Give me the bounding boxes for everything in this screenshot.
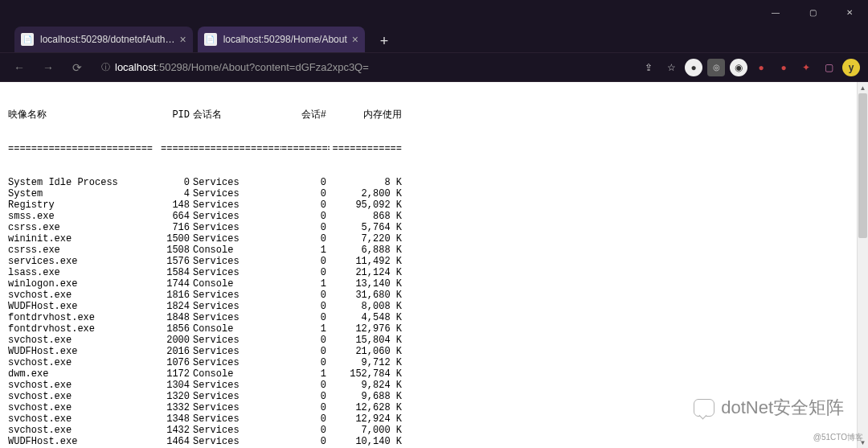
table-row: winlogon.exe1744 Console113,140 K (8, 278, 849, 290)
table-row: smss.exe664 Services0868 K (8, 211, 849, 222)
bookmark-star-icon[interactable]: ☆ (662, 59, 680, 76)
tasklist-output: 映像名称PID 会话名会话#内存使用 =====================… (0, 82, 857, 448)
table-row: wininit.exe1500 Services07,220 K (8, 233, 849, 245)
window-minimize-button[interactable]: — (757, 0, 794, 24)
table-row: svchost.exe2000 Services015,804 K (8, 335, 849, 346)
browser-tab-1[interactable]: 📄 localhost:50298/dotnetofAuth… × (14, 27, 193, 52)
extensions-puzzle-icon[interactable]: ✦ (797, 59, 815, 76)
browser-tab-strip: 📄 localhost:50298/dotnetofAuth… × 📄 loca… (0, 24, 868, 53)
camera-icon[interactable]: ◎ (707, 59, 725, 76)
tab-close-icon[interactable]: × (179, 33, 186, 46)
table-row: Registry148 Services095,092 K (8, 199, 849, 211)
scroll-thumb[interactable] (858, 93, 867, 238)
table-row: svchost.exe1332 Services012,628 K (8, 402, 849, 413)
col-mem-header: 内存使用 (330, 109, 402, 121)
profile-avatar-icon[interactable]: y (842, 59, 860, 76)
tab-favicon-icon: 📄 (21, 33, 34, 46)
sidebar-square-icon[interactable]: ▢ (820, 59, 837, 76)
scroll-up-icon[interactable]: ▲ (858, 82, 868, 93)
tab-favicon-icon: 📄 (204, 33, 217, 46)
window-titlebar: — ▢ ✕ (0, 0, 868, 24)
tab-label: localhost:50298/dotnetofAuth… (40, 34, 174, 45)
table-row: System Idle Process0 Services08 K (8, 177, 849, 188)
table-row: fontdrvhost.exe1856 Console112,976 K (8, 323, 849, 335)
col-sid-header: 会话# (281, 109, 330, 121)
table-row: svchost.exe1320 Services09,688 K (8, 391, 849, 402)
site-info-icon[interactable]: ⓘ (101, 61, 110, 73)
forward-button[interactable]: → (37, 56, 59, 79)
table-header: 映像名称PID 会话名会话#内存使用 (8, 109, 849, 121)
table-row: System4 Services02,800 K (8, 188, 849, 199)
tab-close-icon[interactable]: × (352, 33, 358, 46)
table-row: WUDFHost.exe1464 Services010,140 K (8, 436, 849, 447)
col-pid-header: PID (161, 109, 193, 121)
table-row: dwm.exe1172 Console1152,784 K (8, 368, 849, 380)
col-sess-header: 会话名 (193, 109, 281, 121)
window-maximize-button[interactable]: ▢ (794, 0, 831, 24)
browser-tab-2[interactable]: 📄 localhost:50298/Home/About × (198, 27, 365, 52)
table-row: svchost.exe1076 Services09,712 K (8, 357, 849, 368)
vertical-scrollbar[interactable]: ▲ ▼ (857, 82, 868, 448)
url-path: :50298/Home/About?content=dGFza2xpc3Q= (156, 61, 369, 73)
col-name-header: 映像名称 (8, 109, 161, 121)
table-row: fontdrvhost.exe1848 Services04,548 K (8, 312, 849, 323)
table-row: svchost.exe1348 Services012,924 K (8, 413, 849, 425)
table-row: WUDFHost.exe2016 Services021,060 K (8, 346, 849, 357)
extension-ring-icon[interactable]: ◉ (730, 59, 747, 76)
back-button[interactable]: ← (8, 56, 31, 79)
corner-watermark: @51CTO博客 (813, 432, 863, 443)
extension-red-icon[interactable]: ● (752, 59, 770, 76)
url-host: localhost (115, 61, 156, 73)
address-bar[interactable]: ⓘ localhost:50298/Home/About?content=dGF… (95, 56, 633, 79)
toolbar-right-icons: ⇪ ☆ ● ◎ ◉ ● ● ✦ ▢ y (640, 59, 860, 76)
page-content: 映像名称PID 会话名会话#内存使用 =====================… (0, 82, 868, 448)
table-row: svchost.exe1432 Services07,000 K (8, 425, 849, 436)
window-close-button[interactable]: ✕ (831, 0, 868, 24)
extension-dot-icon[interactable]: ● (685, 59, 702, 76)
scroll-track[interactable] (858, 93, 868, 437)
table-row: lsass.exe1584 Services021,124 K (8, 267, 849, 278)
browser-toolbar: ← → ⟳ ⓘ localhost:50298/Home/About?conte… (0, 53, 868, 82)
share-icon[interactable]: ⇪ (640, 59, 657, 76)
table-row: csrss.exe1508 Console16,888 K (8, 245, 849, 256)
reload-button[interactable]: ⟳ (66, 56, 88, 79)
table-row: csrss.exe716 Services05,764 K (8, 222, 849, 233)
extension-red2-icon[interactable]: ● (775, 59, 792, 76)
tab-label: localhost:50298/Home/About (223, 34, 347, 45)
new-tab-button[interactable]: + (373, 30, 395, 52)
table-row: svchost.exe1816 Services031,680 K (8, 290, 849, 301)
separator-row: ================================= ======… (8, 143, 849, 154)
table-row: svchost.exe1304 Services09,824 K (8, 380, 849, 391)
table-row: services.exe1576 Services011,492 K (8, 256, 849, 267)
table-row: WUDFHost.exe1824 Services08,008 K (8, 301, 849, 312)
